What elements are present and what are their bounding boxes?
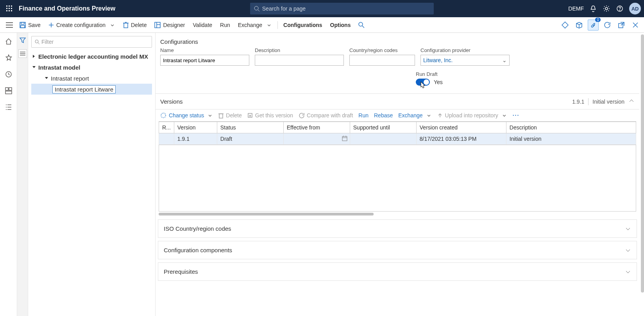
run-draft-toggle[interactable]	[416, 79, 430, 86]
table-row[interactable]: 1.9.1 Draft 8/17/2021 03:05:13 PM Initia…	[159, 133, 636, 145]
svg-rect-5	[11, 8, 12, 9]
horizontal-scrollbar[interactable]	[159, 212, 636, 216]
tree-item-electronic-ledger[interactable]: Electronic ledger accounting model MX	[31, 51, 152, 62]
close-icon[interactable]	[630, 20, 641, 31]
iso-country-codes-expander[interactable]: ISO Country/region codes	[158, 219, 637, 238]
action-right-buttons: 0	[560, 20, 641, 31]
global-search-placeholder: Search for a page	[262, 5, 306, 12]
svg-rect-52	[342, 136, 347, 141]
description-input[interactable]	[255, 55, 344, 66]
change-status-button[interactable]: Change status	[160, 112, 213, 119]
versions-summary: Initial version	[592, 99, 624, 105]
chevron-down-icon	[31, 65, 37, 70]
col-supported-until[interactable]: Supported until	[350, 122, 416, 133]
company-code[interactable]: DEMF	[568, 5, 584, 12]
delete-button[interactable]: Delete	[119, 20, 150, 30]
cell-description: Initial version	[506, 133, 636, 145]
run-draft-row: Run Draft Yes	[156, 66, 639, 93]
run-button[interactable]: Run	[216, 20, 234, 30]
version-exchange-button[interactable]: Exchange	[398, 112, 431, 119]
name-input[interactable]	[160, 55, 249, 66]
versions-toolbar: Change status Delete Get this version Co…	[156, 110, 639, 121]
global-search[interactable]: Search for a page	[250, 3, 434, 14]
compare-with-draft-button[interactable]: Compare with draft	[299, 112, 353, 118]
configuration-components-expander[interactable]: Configuration components	[158, 241, 637, 259]
svg-line-10	[258, 10, 259, 11]
tree-item-intrastat-report[interactable]: Intrastat report	[31, 73, 152, 84]
svg-rect-2	[11, 5, 12, 7]
rebase-button[interactable]: Rebase	[374, 112, 393, 118]
chevron-down-icon	[625, 269, 631, 275]
designer-button[interactable]: Designer	[150, 20, 189, 30]
popout-icon[interactable]	[616, 20, 627, 31]
svg-rect-3	[6, 8, 7, 9]
versions-current: 1.9.1	[572, 99, 584, 105]
provider-select[interactable]: Litware, Inc. ⌄	[420, 55, 510, 66]
description-label: Description	[255, 47, 344, 53]
global-header: Finance and Operations Preview Search fo…	[0, 0, 644, 17]
options-nav[interactable]: Options	[326, 20, 355, 30]
version-delete-button[interactable]: Delete	[218, 112, 242, 118]
favorites-star-icon[interactable]	[3, 52, 14, 63]
svg-rect-34	[5, 88, 8, 90]
exchange-button[interactable]: Exchange	[234, 20, 276, 30]
create-configuration-label: Create configuration	[56, 22, 106, 28]
settings-gear-icon[interactable]	[603, 5, 610, 13]
country-codes-input[interactable]	[349, 55, 415, 66]
configurations-nav[interactable]: Configurations	[279, 20, 326, 30]
versions-title: Versions	[160, 98, 183, 105]
vertical-scrollbar[interactable]	[641, 34, 644, 293]
cell-effective-from[interactable]	[283, 133, 350, 145]
filter-funnel-icon[interactable]	[18, 36, 27, 45]
calendar-icon	[342, 136, 347, 141]
help-icon[interactable]	[616, 5, 624, 13]
hamburger-icon[interactable]	[3, 19, 16, 31]
cell-supported-until	[350, 133, 416, 145]
chevron-down-icon	[625, 247, 631, 253]
col-status[interactable]: Status	[217, 122, 283, 133]
app-launcher-icon[interactable]	[3, 2, 16, 15]
col-version[interactable]: Version	[174, 122, 217, 133]
user-avatar[interactable]: AD	[629, 3, 641, 14]
svg-rect-4	[9, 8, 10, 9]
create-configuration-button[interactable]: Create configuration	[45, 20, 119, 30]
attachments-button[interactable]: 0	[588, 20, 599, 31]
name-label: Name	[160, 47, 249, 53]
modules-icon[interactable]	[3, 102, 14, 113]
tree-item-intrastat-report-litware[interactable]: Intrastat report Litware	[31, 84, 152, 95]
upload-repository-button[interactable]: Upload into repository	[437, 112, 507, 119]
col-description[interactable]: Description	[506, 122, 636, 133]
action-search-icon[interactable]	[354, 20, 369, 30]
grid-header-row: R... Version Status Effective from Suppo…	[159, 122, 636, 133]
notification-bell-icon[interactable]	[589, 5, 597, 13]
chevron-down-icon	[625, 226, 631, 232]
tree-item-intrastat-model[interactable]: Intrastat model	[31, 62, 152, 73]
workspaces-icon[interactable]	[3, 85, 14, 96]
box-icon[interactable]	[574, 20, 585, 31]
cell-r	[159, 133, 174, 145]
more-actions-icon[interactable]: ···	[513, 112, 520, 118]
save-button[interactable]: Save	[16, 20, 45, 30]
col-effective-from[interactable]: Effective from	[283, 122, 350, 133]
version-run-button[interactable]: Run	[358, 112, 369, 118]
col-version-created[interactable]: Version created	[416, 122, 506, 133]
col-r[interactable]: R...	[159, 122, 174, 133]
run-draft-value: Yes	[434, 79, 443, 85]
prerequisites-expander[interactable]: Prerequisites	[158, 262, 637, 281]
run-draft-label: Run Draft	[416, 71, 443, 77]
diamond-icon[interactable]	[560, 20, 571, 31]
recent-clock-icon[interactable]	[3, 69, 14, 80]
tree-filter-input[interactable]: Filter	[31, 36, 152, 48]
configuration-fields: Name Description Country/region codes Co…	[156, 47, 639, 66]
home-icon[interactable]	[3, 36, 14, 47]
refresh-icon[interactable]	[602, 20, 613, 31]
get-version-button[interactable]: Get this version	[247, 112, 293, 118]
validate-button[interactable]: Validate	[189, 20, 216, 30]
svg-rect-25	[155, 22, 160, 28]
related-panel-icon[interactable]	[18, 49, 27, 58]
svg-point-28	[359, 22, 363, 26]
provider-label: Configuration provider	[420, 47, 510, 53]
collapse-up-icon[interactable]	[628, 98, 635, 105]
app-title: Finance and Operations Preview	[19, 5, 115, 12]
svg-rect-0	[6, 5, 7, 7]
